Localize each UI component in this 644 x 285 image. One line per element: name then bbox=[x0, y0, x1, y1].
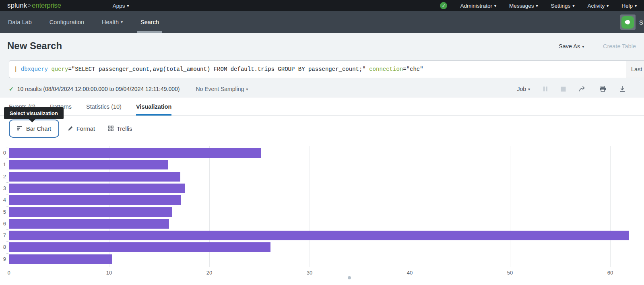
save-as-button[interactable]: Save As bbox=[559, 43, 584, 50]
trellis-button[interactable]: Trellis bbox=[108, 116, 132, 142]
y-axis-category-label: 7 bbox=[0, 232, 6, 238]
bar[interactable] bbox=[9, 242, 270, 252]
y-axis-tick bbox=[6, 147, 8, 147]
x-axis-tick-label: 60 bbox=[607, 270, 613, 276]
query-token: ="chc" bbox=[403, 66, 423, 72]
search-header-section: New Search Save As Create Table | dbxque… bbox=[0, 33, 644, 97]
y-axis-category-label: 0 bbox=[0, 150, 6, 156]
visualization-toolbar: Bar Chart Format Trellis bbox=[0, 116, 644, 142]
x-gridline bbox=[610, 146, 611, 267]
x-gridline bbox=[410, 146, 410, 267]
topbar-right: ✓ Administrator Messages Settings Activi… bbox=[440, 2, 637, 9]
y-axis-category-label: 4 bbox=[0, 197, 6, 203]
y-axis-category-label: 9 bbox=[0, 256, 6, 262]
bar[interactable] bbox=[9, 184, 185, 193]
y-axis-tick bbox=[6, 265, 8, 265]
y-axis-tick bbox=[6, 229, 8, 230]
splunk-logo[interactable]: splunk > enterprise bbox=[7, 2, 61, 10]
y-axis-category-label: 6 bbox=[0, 221, 6, 227]
app-name-partial: S bbox=[639, 19, 643, 26]
y-axis-category-label: 5 bbox=[0, 209, 6, 215]
results-bar: ✓ 10 results (08/04/2024 12:00:00.000 to… bbox=[0, 81, 644, 97]
share-icon[interactable] bbox=[579, 86, 586, 92]
format-label: Format bbox=[76, 126, 95, 132]
topbar: splunk > enterprise Apps ✓ Administrator… bbox=[0, 0, 644, 11]
tab-visualization[interactable]: Visualization bbox=[136, 97, 171, 116]
query-token: query bbox=[51, 66, 68, 72]
y-axis-tick bbox=[6, 159, 8, 159]
x-axis-tick-label: 10 bbox=[106, 270, 112, 276]
results-tabs: Events (0) Patterns Statistics (10) Visu… bbox=[0, 97, 644, 116]
tab-statistics[interactable]: Statistics (10) bbox=[86, 97, 122, 116]
y-axis-tick bbox=[6, 253, 8, 254]
page: splunk > enterprise Apps ✓ Administrator… bbox=[0, 0, 644, 285]
x-axis-tick-label: 50 bbox=[507, 270, 513, 276]
y-axis-tick bbox=[6, 182, 8, 183]
logo-splunk-text: splunk bbox=[7, 2, 27, 10]
y-axis-tick bbox=[6, 206, 8, 207]
format-button[interactable]: Format bbox=[68, 116, 95, 142]
query-token: ="SELECT passenger_count,avg(total_amoun… bbox=[68, 66, 369, 72]
bar[interactable] bbox=[9, 195, 181, 205]
bar[interactable] bbox=[9, 148, 261, 158]
x-axis-tick-label: 0 bbox=[7, 270, 10, 276]
create-table-view-button[interactable]: Create Table bbox=[603, 43, 636, 50]
nav-item-data-lab[interactable]: Data Lab bbox=[8, 11, 32, 33]
time-range-picker[interactable]: Last bbox=[626, 61, 644, 78]
logo-gt-text: > bbox=[27, 2, 31, 10]
bar[interactable] bbox=[9, 172, 180, 182]
activity-menu[interactable]: Activity bbox=[587, 3, 609, 9]
pause-icon[interactable] bbox=[543, 86, 548, 92]
stop-icon[interactable] bbox=[561, 87, 566, 92]
app-icon-button[interactable] bbox=[620, 14, 636, 30]
y-axis-category-label: 1 bbox=[0, 161, 6, 167]
search-bar: | dbxquery query="SELECT passenger_count… bbox=[9, 60, 644, 78]
bar[interactable] bbox=[9, 207, 172, 217]
pagination-dot[interactable] bbox=[348, 276, 351, 279]
results-done-check-icon: ✓ bbox=[9, 86, 14, 92]
trellis-grid-icon bbox=[108, 126, 114, 132]
settings-menu[interactable]: Settings bbox=[551, 3, 575, 9]
select-visualization-tooltip: Select visualization bbox=[4, 107, 64, 119]
administrator-menu[interactable]: Administrator bbox=[460, 3, 496, 9]
messages-menu[interactable]: Messages bbox=[509, 3, 538, 9]
y-axis-category-label: 2 bbox=[0, 173, 6, 180]
search-query-input[interactable]: | dbxquery query="SELECT passenger_count… bbox=[9, 61, 626, 78]
bar[interactable] bbox=[9, 254, 112, 264]
job-controls: Job bbox=[517, 86, 644, 92]
logo-product-text: enterprise bbox=[32, 2, 61, 10]
y-axis-category-label: 3 bbox=[0, 185, 6, 191]
bar[interactable] bbox=[9, 219, 169, 229]
pencil-icon bbox=[68, 126, 73, 132]
help-menu[interactable]: Help bbox=[621, 3, 637, 9]
event-sampling-menu[interactable]: No Event Sampling bbox=[196, 86, 248, 92]
export-download-icon[interactable] bbox=[619, 86, 625, 92]
x-axis-tick-label: 20 bbox=[206, 270, 212, 276]
nav-item-health[interactable]: Health bbox=[102, 11, 123, 33]
print-icon[interactable] bbox=[599, 86, 606, 92]
bar-chart: 01020304050600123456789 bbox=[0, 142, 644, 281]
health-status-icon[interactable]: ✓ bbox=[440, 2, 447, 9]
plug-icon bbox=[621, 16, 634, 29]
y-axis-tick bbox=[6, 241, 8, 242]
navbar-right: S bbox=[620, 11, 644, 33]
query-token: | bbox=[14, 66, 21, 72]
x-gridline bbox=[310, 146, 310, 267]
query-token: dbxquery bbox=[21, 66, 48, 72]
nav-item-search[interactable]: Search bbox=[140, 11, 159, 33]
chart-type-label: Bar Chart bbox=[26, 126, 51, 132]
bar[interactable] bbox=[9, 231, 629, 240]
page-title: New Search bbox=[7, 40, 62, 52]
x-gridline bbox=[510, 146, 510, 267]
apps-menu[interactable]: Apps bbox=[113, 3, 129, 9]
trellis-label: Trellis bbox=[117, 126, 132, 132]
y-axis-category-label: 8 bbox=[0, 244, 6, 250]
y-axis-tick bbox=[6, 218, 8, 218]
bar[interactable] bbox=[9, 160, 168, 169]
job-menu[interactable]: Job bbox=[517, 86, 530, 92]
y-axis-tick bbox=[6, 171, 8, 171]
results-summary: 10 results (08/04/2024 12:00:00.000 to 0… bbox=[17, 86, 180, 92]
nav-item-configuration[interactable]: Configuration bbox=[50, 11, 84, 33]
y-axis-tick bbox=[6, 194, 8, 194]
x-axis-tick-label: 30 bbox=[307, 270, 312, 276]
